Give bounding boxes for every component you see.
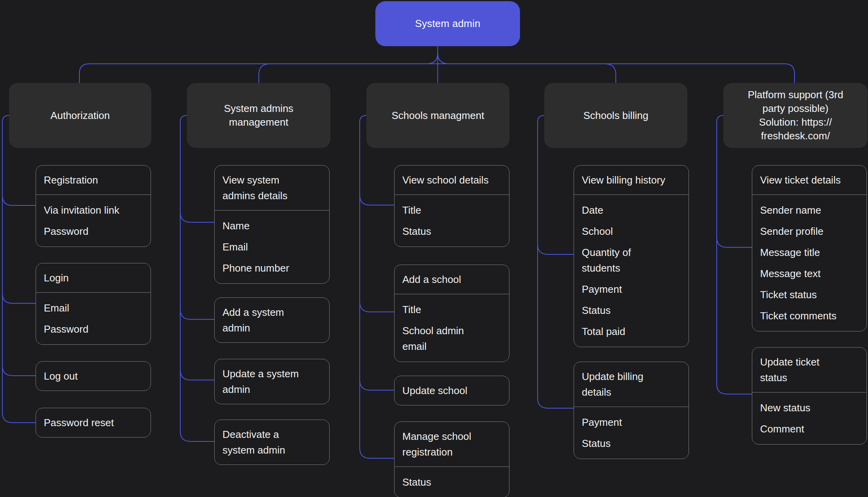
list-item: Phone number (222, 260, 321, 276)
list-item: Date (582, 202, 681, 218)
branch-header-system-admins-management[interactable]: System admins management (187, 83, 330, 148)
card-password-reset[interactable]: Password reset (36, 408, 151, 438)
list-item: Via invitation link (44, 202, 143, 218)
card-update-school[interactable]: Update school (394, 376, 509, 405)
list-item: Comment (760, 421, 859, 437)
mindmap-canvas: System admin Authorization System admins… (0, 0, 868, 497)
card-title: Login (36, 263, 151, 292)
card-login[interactable]: LoginEmailPassword (36, 263, 151, 345)
list-item: School admin email (402, 323, 501, 354)
list-item: Payment (582, 281, 681, 297)
list-item: Password (44, 223, 143, 239)
card-title: Registration (36, 166, 151, 194)
list-item: Total paid (582, 324, 681, 339)
list-item: Status (402, 474, 501, 490)
list-item: Name (222, 218, 321, 234)
card-add-a-system-admin[interactable]: Add a system admin (214, 297, 330, 343)
branch-header-schools-billing[interactable]: Schools billing (544, 83, 687, 148)
card-title: Update ticket status (752, 348, 866, 392)
card-title: Update school (395, 376, 509, 405)
branch-header-authorization[interactable]: Authorization (9, 83, 151, 148)
card-title: View system admins details (215, 166, 329, 210)
card-item-list: NameEmailPhone number (215, 210, 329, 283)
list-item: New status (760, 400, 859, 416)
list-item: Title (402, 202, 501, 218)
list-item: Title (402, 302, 501, 317)
list-item: Status (582, 303, 681, 318)
card-update-ticket-status[interactable]: Update ticket statusNew statusComment (752, 347, 867, 445)
card-item-list: TitleStatus (395, 194, 509, 247)
card-title: View ticket details (752, 166, 866, 194)
card-item-list: New statusComment (752, 392, 866, 444)
card-title: Manage school registration (395, 422, 509, 466)
card-deactivate-a-system-admin[interactable]: Deactivate a system admin (214, 420, 330, 465)
card-item-list: EmailPassword (36, 292, 151, 344)
card-title: Update billing details (574, 362, 689, 407)
list-item: Password (44, 321, 143, 337)
card-item-list: PaymentStatus (574, 407, 689, 459)
card-add-a-school[interactable]: Add a schoolTitleSchool admin email (394, 265, 509, 362)
root-node-system-admin[interactable]: System admin (375, 1, 520, 46)
card-item-list: Status (395, 466, 509, 497)
card-manage-school-registration[interactable]: Manage school registrationStatus (394, 421, 509, 497)
card-title: Password reset (36, 408, 151, 437)
branch-header-platform-support[interactable]: Platform support (3rd party possible) So… (723, 83, 868, 148)
card-item-list: Sender nameSender profileMessage titleMe… (752, 194, 866, 331)
list-item: Status (582, 436, 681, 451)
list-item: School (582, 223, 681, 239)
list-item: Ticket status (760, 287, 859, 303)
card-title: Log out (36, 362, 151, 391)
card-title: Add a school (395, 265, 509, 294)
card-title: Deactivate a system admin (215, 420, 329, 465)
card-registration[interactable]: RegistrationVia invitation linkPassword (36, 165, 151, 247)
list-item: Payment (582, 414, 681, 430)
branch-header-schools-management[interactable]: Schools managment (366, 83, 509, 148)
card-title: View school details (395, 166, 509, 194)
card-view-billing-history[interactable]: View billing historyDateSchoolQuantity o… (574, 165, 689, 347)
card-title: Update a system admin (215, 359, 329, 404)
list-item: Email (222, 239, 321, 255)
card-title: View billing history (574, 166, 689, 194)
list-item: Message text (760, 266, 859, 281)
list-item: Quantity of students (582, 245, 681, 276)
list-item: Ticket comments (760, 308, 859, 324)
card-update-billing-details[interactable]: Update billing detailsPaymentStatus (574, 362, 689, 459)
card-update-a-system-admin[interactable]: Update a system admin (214, 359, 330, 404)
card-item-list: TitleSchool admin email (395, 294, 509, 362)
card-item-list: DateSchoolQuantity of studentsPaymentSta… (574, 194, 689, 347)
list-item: Sender profile (760, 223, 859, 239)
list-item: Status (402, 223, 501, 239)
card-view-school-details[interactable]: View school detailsTitleStatus (394, 165, 509, 247)
list-item: Message title (760, 245, 859, 260)
list-item: Email (44, 300, 143, 316)
card-item-list: Via invitation linkPassword (36, 194, 151, 247)
card-view-ticket-details[interactable]: View ticket detailsSender nameSender pro… (752, 165, 867, 331)
card-title: Add a system admin (215, 298, 329, 342)
card-view-system-admins-details[interactable]: View system admins detailsNameEmailPhone… (214, 165, 330, 284)
card-log-out[interactable]: Log out (36, 361, 151, 391)
list-item: Sender name (760, 202, 859, 218)
